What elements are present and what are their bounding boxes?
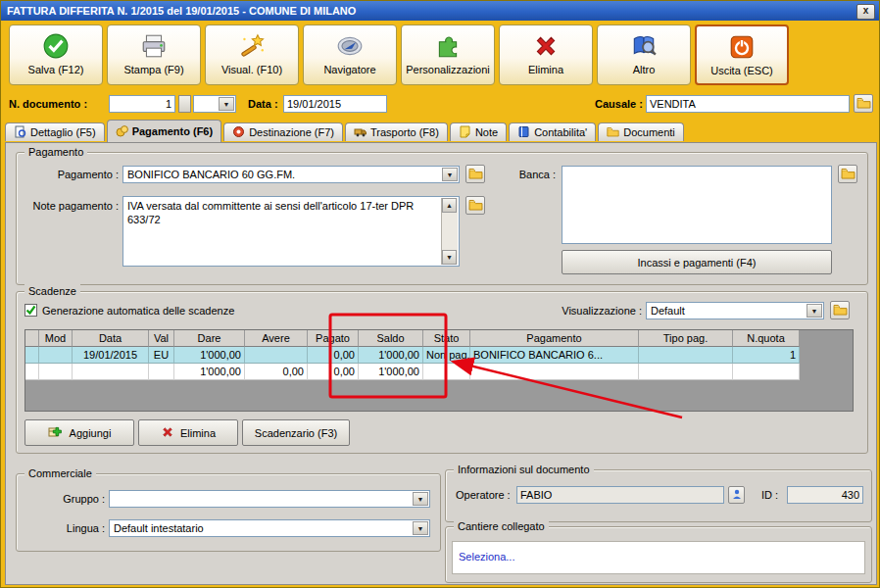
pagamento-combo[interactable]: BONIFICO BANCARIO 60 GG.FM. ▼ bbox=[122, 166, 460, 183]
grid-cell bbox=[639, 347, 733, 364]
n-documento-input[interactable] bbox=[109, 95, 175, 113]
operatore-label: Operatore : bbox=[456, 486, 511, 504]
title-bar: FATTURA DIFFERITA N. 1/2015 del 19/01/20… bbox=[1, 1, 879, 21]
tab-dettaglio[interactable]: Dettaglio (F5) bbox=[5, 122, 105, 141]
gruppo-label: Gruppo : bbox=[23, 490, 105, 508]
pagamento-group: Pagamento Pagamento : BONIFICO BANCARIO … bbox=[16, 152, 868, 285]
save-button[interactable]: Salva (F12) bbox=[9, 24, 103, 85]
col-header[interactable]: Saldo bbox=[359, 330, 423, 347]
banca-label: Banca : bbox=[477, 166, 556, 183]
chevron-down-icon[interactable]: ▼ bbox=[413, 521, 428, 535]
col-header[interactable]: Tipo pag. bbox=[639, 330, 733, 347]
scadenzario-button[interactable]: Scadenzario (F3) bbox=[242, 419, 350, 446]
grid-cell: 0,00 bbox=[308, 347, 359, 364]
lingua-label: Lingua : bbox=[23, 519, 105, 537]
delete-button[interactable]: Elimina bbox=[499, 24, 593, 85]
tab-pagamento[interactable]: Pagamento (F6) bbox=[107, 120, 222, 142]
col-header[interactable]: Val bbox=[149, 330, 174, 347]
grid-cell bbox=[245, 347, 308, 364]
ledger-icon bbox=[517, 125, 530, 140]
preview-button[interactable]: Visual. (F10) bbox=[205, 24, 299, 85]
scroll-up-icon[interactable]: ▲ bbox=[442, 198, 457, 213]
tab-note[interactable]: Note bbox=[450, 122, 507, 141]
folder-icon bbox=[856, 97, 871, 111]
operatore-input[interactable] bbox=[516, 486, 724, 504]
col-header[interactable]: Pagamento bbox=[470, 330, 639, 347]
navigator-label: Navigatore bbox=[323, 64, 375, 75]
seleziona-link[interactable]: Seleziona... bbox=[459, 551, 514, 563]
aggiungi-button[interactable]: Aggiungi bbox=[24, 419, 134, 446]
col-header[interactable]: N.quota bbox=[733, 330, 800, 347]
chevron-down-icon[interactable]: ▼ bbox=[442, 168, 458, 181]
close-button[interactable]: x bbox=[856, 4, 875, 20]
commerciale-group-title: Commerciale bbox=[24, 466, 96, 480]
causale-input[interactable] bbox=[646, 95, 850, 113]
tab-label: Pagamento (F6) bbox=[132, 125, 214, 137]
navigator-button[interactable]: Navigatore bbox=[303, 24, 397, 85]
visualizzazione-combo[interactable]: Default ▼ bbox=[646, 302, 824, 319]
grid-cell: EU bbox=[149, 347, 174, 364]
other-button[interactable]: Altro bbox=[597, 24, 691, 85]
gruppo-combo[interactable]: ▼ bbox=[109, 490, 430, 508]
tab-bar: Dettaglio (F5) Pagamento (F6) Destinazio… bbox=[5, 120, 684, 142]
col-header[interactable]: Stato bbox=[423, 330, 470, 347]
chevron-down-icon[interactable]: ▼ bbox=[807, 304, 822, 318]
table-row[interactable]: 19/01/2015 EU 1'000,00 0,00 1'000,00 Non… bbox=[25, 347, 800, 364]
n-documento-label: N. documento : bbox=[9, 95, 87, 113]
scadenze-table[interactable]: Mod Data Val Dare Avere Pagato Saldo Sta… bbox=[24, 329, 854, 412]
cantiere-panel: Seleziona... bbox=[452, 541, 865, 574]
grid-cell bbox=[733, 364, 800, 380]
id-input[interactable] bbox=[787, 486, 863, 504]
data-input[interactable] bbox=[283, 95, 387, 113]
col-header[interactable]: Data bbox=[73, 330, 149, 347]
print-button[interactable]: Stampa (F9) bbox=[107, 24, 201, 85]
note-scrollbar[interactable]: ▲ ▼ bbox=[441, 198, 458, 265]
incassi-pagamenti-button[interactable]: Incassi e pagamenti (F4) bbox=[562, 250, 832, 274]
note-pagamento-label: Note pagamento : bbox=[21, 197, 119, 215]
print-label: Stampa (F9) bbox=[123, 64, 183, 75]
scroll-down-icon[interactable]: ▼ bbox=[442, 250, 457, 265]
n-documento-mini-button[interactable] bbox=[178, 95, 191, 113]
lingua-combo[interactable]: Default intestatario ▼ bbox=[109, 519, 430, 537]
note-icon bbox=[459, 125, 471, 140]
elimina-label: Elimina bbox=[180, 427, 216, 439]
folder-icon bbox=[607, 126, 619, 139]
causale-folder-button[interactable] bbox=[854, 94, 873, 113]
chevron-down-icon[interactable]: ▼ bbox=[219, 97, 234, 111]
n-documento-suffix-combo[interactable]: ▼ bbox=[193, 95, 236, 113]
banca-box[interactable] bbox=[562, 166, 832, 244]
invoice-window: FATTURA DIFFERITA N. 1/2015 del 19/01/20… bbox=[0, 0, 880, 588]
elimina-scadenza-button[interactable]: Elimina bbox=[138, 419, 238, 446]
col-header[interactable]: Pagato bbox=[308, 330, 359, 347]
note-pagamento-textarea[interactable]: IVA versata dal committente ai sensi del… bbox=[122, 196, 460, 267]
banca-folder-button[interactable] bbox=[838, 165, 857, 183]
grid-cell: 1'000,00 bbox=[174, 364, 245, 380]
col-header[interactable]: Mod bbox=[39, 330, 73, 347]
delete-label: Elimina bbox=[528, 64, 563, 75]
grid-cell bbox=[25, 347, 39, 364]
customizations-button[interactable]: Personalizzazioni bbox=[401, 24, 495, 85]
auto-scadenze-checkbox[interactable] bbox=[24, 304, 37, 317]
visualizzazione-label: Visualizzazione : bbox=[546, 302, 642, 319]
tab-label: Note bbox=[475, 126, 498, 138]
tab-documenti[interactable]: Documenti bbox=[598, 122, 684, 141]
col-header[interactable]: Avere bbox=[245, 330, 308, 347]
table-row[interactable]: 1'000,00 0,00 0,00 1'000,00 bbox=[25, 364, 800, 380]
truck-icon bbox=[354, 125, 367, 140]
note-pagamento-folder-button[interactable] bbox=[465, 196, 485, 215]
col-header[interactable]: Dare bbox=[174, 330, 245, 347]
tab-destinazione[interactable]: Destinazione (F7) bbox=[223, 122, 343, 141]
tab-trasporto[interactable]: Trasporto (F8) bbox=[345, 122, 448, 141]
tab-contabilita[interactable]: Contabilita' bbox=[509, 122, 596, 141]
grid-cell bbox=[423, 364, 470, 380]
other-label: Altro bbox=[633, 64, 656, 75]
tab-label: Documenti bbox=[623, 126, 675, 138]
chevron-down-icon[interactable]: ▼ bbox=[413, 492, 428, 506]
exit-button[interactable]: Uscita (ESC) bbox=[695, 24, 789, 85]
window-title: FATTURA DIFFERITA N. 1/2015 del 19/01/20… bbox=[7, 5, 356, 17]
grid-cell bbox=[25, 364, 39, 380]
printer-icon bbox=[140, 30, 168, 62]
visualizzazione-folder-button[interactable] bbox=[830, 301, 850, 319]
magic-wand-icon bbox=[238, 30, 266, 62]
operatore-lookup-button[interactable] bbox=[728, 486, 745, 504]
